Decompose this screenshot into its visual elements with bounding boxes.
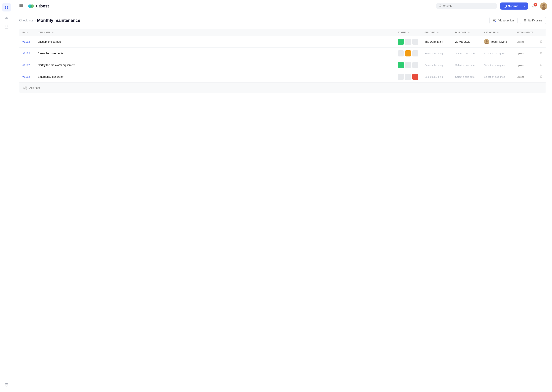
user-avatar[interactable] <box>540 2 547 10</box>
status-group <box>398 39 418 45</box>
duedate-placeholder[interactable]: Select a due date <box>455 75 475 78</box>
page-title: Monthly maintenance <box>37 18 80 23</box>
col-header-id: ID ⇅ <box>19 29 35 36</box>
sidebar-item-inbox[interactable] <box>2 13 11 21</box>
content-area: Checklists › Monthly maintenance Add a s… <box>13 12 552 392</box>
col-header-building: BUILDING ⇅ <box>421 29 452 36</box>
status-box-green[interactable] <box>398 39 404 45</box>
delete-icon[interactable] <box>539 75 543 79</box>
status-box-orange[interactable] <box>405 50 411 56</box>
sidebar-item-grid[interactable] <box>2 3 11 12</box>
submit-arrow[interactable] <box>521 2 528 10</box>
sort-duedate-icon[interactable]: ⇅ <box>468 31 470 34</box>
svg-point-16 <box>486 40 488 42</box>
assignee-placeholder[interactable]: Select an assignee <box>484 75 505 78</box>
table-row: #1112 Vacuum the carpets The Dorm Main 2… <box>19 36 546 48</box>
header: urbest Submit <box>13 0 552 12</box>
row-id-link[interactable]: #1112 <box>22 63 30 67</box>
page-header: Checklists › Monthly maintenance Add a s… <box>19 17 546 24</box>
upload-link[interactable]: Upload <box>516 75 524 78</box>
header-actions: Submit 2 <box>500 2 547 10</box>
sidebar-item-list[interactable] <box>2 33 11 41</box>
sidebar-item-chart[interactable] <box>2 43 11 51</box>
status-box-red[interactable] <box>412 74 418 80</box>
add-section-button[interactable]: Add a section <box>489 17 517 24</box>
search-bar[interactable] <box>436 3 497 9</box>
submit-label: Submit <box>508 4 518 8</box>
row-item-name: Vacuum the carpets <box>38 40 61 43</box>
sort-building-icon[interactable]: ⇅ <box>437 31 439 34</box>
svg-point-12 <box>542 4 545 7</box>
main-area: urbest Submit <box>13 0 552 392</box>
add-item-row[interactable]: Add item <box>19 83 546 93</box>
status-box-empty[interactable] <box>412 50 418 56</box>
assignee-placeholder[interactable]: Select an assignee <box>484 64 505 67</box>
upload-link[interactable]: Upload <box>516 40 524 43</box>
sidebar-item-globe[interactable] <box>2 380 11 389</box>
notifications-button[interactable]: 2 <box>530 2 538 10</box>
status-box-empty[interactable] <box>412 62 418 68</box>
status-box-empty[interactable] <box>412 39 418 45</box>
status-box-empty[interactable] <box>405 39 411 45</box>
sort-name-icon[interactable]: ⇅ <box>52 31 54 34</box>
svg-point-8 <box>30 4 34 8</box>
row-id-link[interactable]: #1112 <box>22 52 30 55</box>
assignee-cell: Todd Flowers <box>484 39 510 44</box>
row-item-name: Certify the fire alarm equipment <box>38 63 75 67</box>
status-group <box>398 74 418 80</box>
table-row: #1112 Clean the dryer vents Select a bui… <box>19 48 546 59</box>
logo-text: urbest <box>36 4 49 9</box>
status-box-green[interactable] <box>398 62 404 68</box>
svg-rect-2 <box>5 7 6 9</box>
submit-button[interactable]: Submit <box>500 2 528 10</box>
assignee-avatar <box>484 39 489 44</box>
delete-icon[interactable] <box>539 52 543 55</box>
search-icon <box>439 4 442 8</box>
sort-assignee-icon[interactable]: ⇅ <box>497 31 499 34</box>
building-placeholder[interactable]: Select a building <box>425 52 443 55</box>
building-placeholder[interactable]: Select a building <box>425 64 443 67</box>
status-box-empty[interactable] <box>398 74 404 80</box>
status-box-empty[interactable] <box>405 62 411 68</box>
notify-users-button[interactable]: Notify users <box>520 17 546 24</box>
sort-status-icon[interactable]: ⇅ <box>408 31 410 34</box>
delete-icon[interactable] <box>539 64 543 67</box>
building-placeholder[interactable]: Select a building <box>425 75 443 78</box>
svg-rect-3 <box>7 7 8 9</box>
duedate-placeholder[interactable]: Select a due date <box>455 52 475 55</box>
hamburger-menu[interactable] <box>18 2 25 10</box>
row-item-name: Clean the dryer vents <box>38 52 63 55</box>
status-group <box>398 62 418 68</box>
upload-link[interactable]: Upload <box>516 64 524 67</box>
assignee-name: Todd Flowers <box>491 40 507 43</box>
add-section-label: Add a section <box>498 19 514 22</box>
col-header-assignee: ASSIGNEE ⇅ <box>481 29 514 36</box>
delete-icon[interactable] <box>539 40 543 44</box>
row-id-link[interactable]: #1112 <box>22 75 30 78</box>
search-input[interactable] <box>443 5 494 8</box>
breadcrumb-parent[interactable]: Checklists <box>19 19 33 22</box>
col-header-attachments: ATTACHMENTS <box>514 29 537 36</box>
upload-link[interactable]: Upload <box>516 52 524 55</box>
building-value[interactable]: The Dorm Main <box>425 40 443 43</box>
duedate-placeholder[interactable]: Select a due date <box>455 64 475 67</box>
table-row: #1112 Certify the fire alarm equipment S… <box>19 59 546 71</box>
logo[interactable]: urbest <box>28 3 49 10</box>
col-header-name: ITEM NAME ⇅ <box>35 29 395 36</box>
add-item-label: Add item <box>29 86 40 89</box>
row-id-link[interactable]: #1112 <box>22 40 30 43</box>
svg-rect-0 <box>5 6 6 7</box>
sidebar-item-calendar[interactable] <box>2 23 11 31</box>
page-actions: Add a section Notify users <box>489 17 546 24</box>
checklist-table: ID ⇅ ITEM NAME ⇅ STATUS ⇅ BUILDING <box>19 29 546 93</box>
sidebar <box>0 0 13 392</box>
status-box-empty[interactable] <box>398 50 404 56</box>
duedate-value: 22 Mar 2022 <box>455 40 470 43</box>
add-item-icon <box>23 86 27 90</box>
status-box-empty[interactable] <box>405 74 411 80</box>
assignee-placeholder[interactable]: Select an assignee <box>484 52 505 55</box>
breadcrumb-separator: › <box>35 19 36 22</box>
svg-rect-14 <box>524 20 526 21</box>
sort-id-icon[interactable]: ⇅ <box>26 31 28 34</box>
breadcrumb: Checklists › Monthly maintenance <box>19 18 80 23</box>
